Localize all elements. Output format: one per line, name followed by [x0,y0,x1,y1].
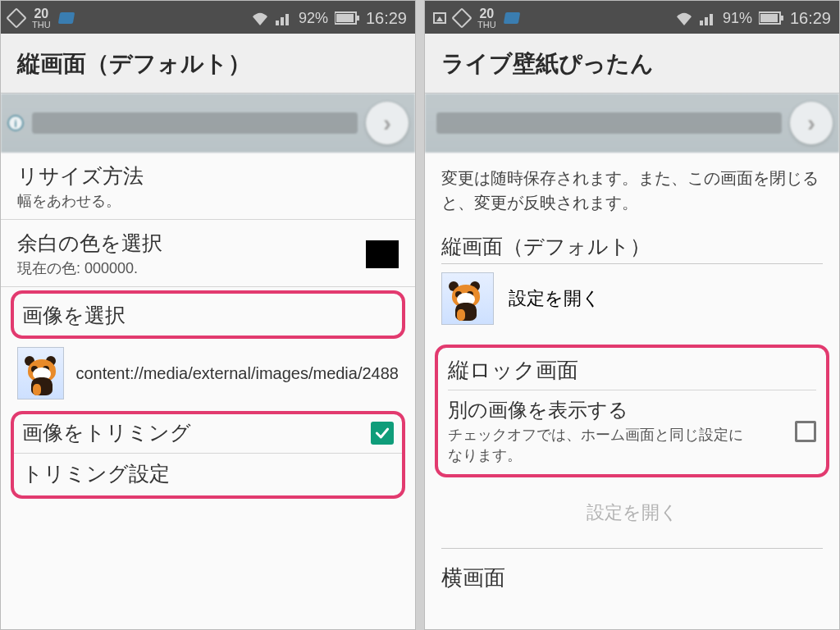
ad-banner[interactable]: i › [1,94,415,153]
svg-rect-1 [336,14,354,22]
rotation-lock-icon [6,7,26,28]
svg-rect-2 [357,16,359,21]
wifi-icon [251,11,269,25]
lock-different-image-sub: チェックオフでは、ホーム画面と同じ設定になります。 [448,425,743,466]
resize-method-title: リサイズ方法 [17,162,399,189]
trim-settings-button[interactable]: トリミング設定 [22,460,394,487]
battery-icon [335,11,359,25]
lock-section-head: 縦ロック画面 [448,356,816,390]
landscape-section-head: 横画面 [425,549,839,592]
trim-image-label: 画像をトリミング [22,419,191,446]
red-panda-icon [23,356,64,397]
ad-text-blur [436,112,782,134]
phone-right: 20 THU 91% 16:29 ライブ壁紙ぴったん › 変更は随時保存されます… [424,0,840,630]
lock-different-image-title: 別の画像を表示する [448,397,743,423]
battery-icon [759,11,783,25]
checkbox-checked-icon[interactable] [371,422,394,445]
lock-different-image-row[interactable]: 別の画像を表示する チェックオフでは、ホーム画面と同じ設定になります。 [448,397,816,466]
resize-method-sub: 幅をあわせる。 [17,191,399,211]
info-text: 変更は随時保存されます。また、この画面を閉じると、変更が反映されます。 [425,153,839,223]
margin-color-title: 余白の色を選択 [17,230,162,257]
margin-color-row[interactable]: 余白の色を選択 現在の色: 000000. [1,220,415,287]
open-settings-label: 設定を開く [509,286,600,311]
resize-method-row[interactable]: リサイズ方法 幅をあわせる。 [1,153,415,220]
clock: 16:29 [790,9,831,28]
app-notification-icon [503,12,519,24]
ad-forward-icon[interactable]: › [366,102,409,144]
signal-icon [276,11,292,25]
status-bar: 20 THU 92% 16:29 [1,1,415,34]
highlight-lock-screen: 縦ロック画面 別の画像を表示する チェックオフでは、ホーム画面と同じ設定になりま… [435,345,829,477]
signal-icon [700,11,716,25]
red-panda-icon [447,281,488,322]
ad-info-icon: i [7,115,24,131]
image-thumbnail [441,272,494,325]
checkbox-empty-icon[interactable] [795,421,816,442]
clock: 16:29 [366,9,407,28]
open-settings-disabled: 設定を開く [425,477,839,548]
color-swatch [366,240,399,268]
image-thumbnail [17,347,64,399]
svg-rect-4 [760,14,778,22]
date-indicator: 20 THU [477,7,496,30]
select-image-button[interactable]: 画像を選択 [22,302,394,329]
ad-text-blur [32,112,358,134]
app-notification-icon [57,12,74,24]
rotation-lock-icon [451,7,472,28]
date-indicator: 20 THU [32,7,51,30]
highlight-trim: 画像をトリミング トリミング設定 [11,411,405,499]
page-title: 縦画面（デフォルト） [1,34,415,94]
picture-notification-icon [433,12,446,24]
battery-percent: 91% [723,10,752,27]
page-title: ライブ壁紙ぴったん [425,34,839,94]
phone-left: 20 THU 92% 16:29 縦画面（デフォルト） i › リサイズ方法 [0,0,416,630]
image-path-text: content://media/external/images/media/24… [75,363,399,384]
ad-banner[interactable]: › [425,94,839,153]
open-settings-row[interactable]: 設定を開く [425,264,839,336]
ad-forward-icon[interactable]: › [790,102,833,144]
battery-percent: 92% [299,10,328,27]
image-path-row[interactable]: content://media/external/images/media/24… [1,342,415,408]
portrait-section-head: 縦画面（デフォルト） [425,223,839,263]
highlight-select-image: 画像を選択 [11,290,405,339]
wifi-icon [675,11,693,25]
trim-image-button[interactable]: 画像をトリミング [22,419,394,446]
margin-color-sub: 現在の色: 000000. [17,258,162,278]
status-bar: 20 THU 91% 16:29 [425,1,839,34]
svg-rect-5 [781,16,783,21]
